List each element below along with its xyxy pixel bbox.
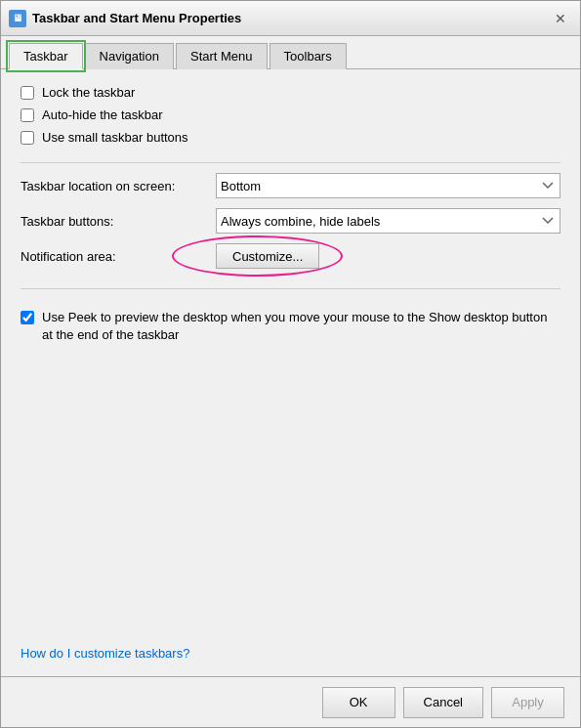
spacer xyxy=(21,344,560,636)
window-icon: 🖥 xyxy=(9,10,26,27)
close-button[interactable]: ✕ xyxy=(549,7,572,30)
tab-content: Lock the taskbar Auto-hide the taskbar U… xyxy=(1,69,580,676)
lock-taskbar-label: Lock the taskbar xyxy=(42,85,135,100)
lock-taskbar-row: Lock the taskbar xyxy=(21,85,560,100)
peek-label: Use Peek to preview the desktop when you… xyxy=(42,309,560,344)
small-buttons-label: Use small taskbar buttons xyxy=(42,130,188,145)
location-label: Taskbar location on screen: xyxy=(21,179,216,193)
peek-checkbox[interactable] xyxy=(21,311,34,324)
notification-control: Customize... xyxy=(216,243,560,269)
buttons-select[interactable]: Always combine, hide labels Combine when… xyxy=(216,208,560,234)
auto-hide-checkbox[interactable] xyxy=(21,108,34,122)
location-select[interactable]: Bottom Top Left Right xyxy=(216,173,560,198)
tab-toolbars[interactable]: Toolbars xyxy=(270,43,347,69)
auto-hide-label: Auto-hide the taskbar xyxy=(42,107,163,122)
separator-1 xyxy=(21,162,560,163)
title-bar: 🖥 Taskbar and Start Menu Properties ✕ xyxy=(1,1,580,36)
main-window: 🖥 Taskbar and Start Menu Properties ✕ Ta… xyxy=(0,0,581,728)
customize-button[interactable]: Customize... xyxy=(216,243,319,269)
separator-2 xyxy=(21,288,560,289)
location-row: Taskbar location on screen: Bottom Top L… xyxy=(21,173,560,198)
small-buttons-checkbox[interactable] xyxy=(21,131,34,145)
location-control: Bottom Top Left Right xyxy=(216,173,560,198)
title-bar-left: 🖥 Taskbar and Start Menu Properties xyxy=(9,10,241,27)
tab-navigation[interactable]: Navigation xyxy=(85,43,174,69)
tab-taskbar[interactable]: Taskbar xyxy=(9,43,83,69)
cancel-button[interactable]: Cancel xyxy=(403,687,483,718)
buttons-label: Taskbar buttons: xyxy=(21,214,216,229)
notification-label: Notification area: xyxy=(21,249,216,264)
buttons-control: Always combine, hide labels Combine when… xyxy=(216,208,560,234)
tab-bar: Taskbar Navigation Start Menu Toolbars xyxy=(1,36,580,69)
small-buttons-row: Use small taskbar buttons xyxy=(21,130,560,145)
help-link[interactable]: How do I customize taskbars? xyxy=(21,636,560,661)
tab-start-menu[interactable]: Start Menu xyxy=(176,43,268,69)
lock-taskbar-checkbox[interactable] xyxy=(21,86,34,100)
auto-hide-row: Auto-hide the taskbar xyxy=(21,107,560,122)
window-title: Taskbar and Start Menu Properties xyxy=(32,11,241,25)
notification-row: Notification area: Customize... xyxy=(21,243,560,269)
peek-section: Use Peek to preview the desktop when you… xyxy=(21,309,560,344)
apply-button[interactable]: Apply xyxy=(491,687,564,718)
ok-button[interactable]: OK xyxy=(322,687,395,718)
buttons-row: Taskbar buttons: Always combine, hide la… xyxy=(21,208,560,234)
footer: OK Cancel Apply xyxy=(1,676,580,727)
